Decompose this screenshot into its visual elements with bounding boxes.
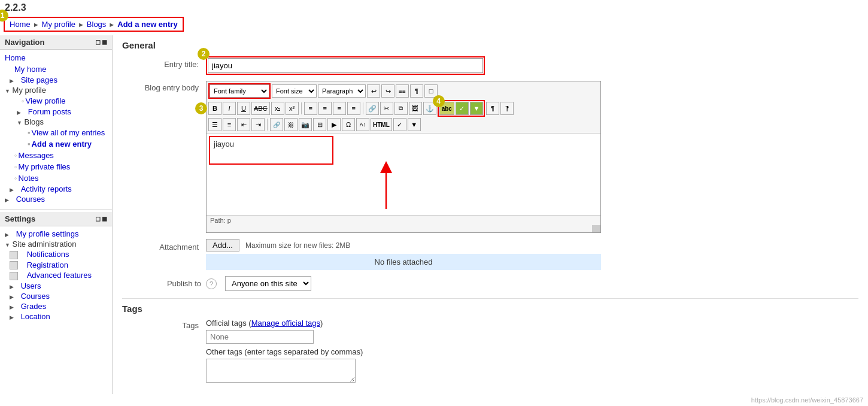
unlink-btn[interactable]: ⛓ <box>284 118 298 131</box>
sidebar-item-users[interactable]: Users <box>16 281 46 291</box>
breadcrumb-home[interactable]: Home <box>10 20 31 29</box>
annotation-2: 2 <box>198 48 210 60</box>
sidebar-item-viewprofile[interactable]: ◦View profile <box>17 96 112 106</box>
char2-btn[interactable]: A↕ <box>356 118 369 131</box>
tags-label: Tags <box>122 319 206 330</box>
sidebar-item-home[interactable]: Home <box>0 53 112 63</box>
font-family-select[interactable]: Font family <box>210 84 269 98</box>
align-center-btn[interactable]: ≡ <box>318 102 332 115</box>
publish-select[interactable]: Anyone on this site Only me <box>225 276 311 291</box>
editor-body[interactable]: jiayou <box>211 138 331 162</box>
link-btn[interactable]: 🔗 <box>366 102 379 115</box>
general-section-title: General <box>122 40 858 50</box>
unordered-list-btn[interactable]: ☰ <box>208 118 221 131</box>
copy-btn[interactable]: ⧉ <box>394 102 408 115</box>
blogs-arrow: ▼ <box>17 120 22 126</box>
strikethrough-btn[interactable]: ABC <box>251 102 270 115</box>
indent-btn[interactable]: ⇥ <box>251 118 265 131</box>
registration-icon <box>10 261 18 269</box>
entry-title-label: Entry title: <box>122 56 206 69</box>
spell-dropdown-btn[interactable]: ▼ <box>470 102 483 115</box>
notifications-icon <box>10 251 18 259</box>
sidebar-item-viewallentries[interactable]: ▪View all of my entries <box>23 128 112 138</box>
grades-arrow: ▶ <box>10 304 14 310</box>
nav-expand-icon[interactable]: ◼ <box>102 38 107 46</box>
breadcrumb-arrow-3: ► <box>108 21 115 28</box>
italic-btn[interactable]: I <box>223 102 236 115</box>
entry-title-input[interactable] <box>208 58 483 73</box>
no-files-box: No files attached <box>206 254 601 270</box>
cut-btn[interactable]: ✂ <box>380 102 393 115</box>
sidebar-item-courses[interactable]: Courses <box>11 194 50 204</box>
nav-collapse-icon[interactable]: ◻ <box>95 38 101 46</box>
tags-none-input[interactable] <box>206 330 314 344</box>
settings-collapse-icon[interactable]: ◻ <box>95 215 101 223</box>
other-tags-input[interactable] <box>206 359 356 383</box>
sidebar-item-notes[interactable]: ◦Notes <box>10 173 112 183</box>
settings-courses-arrow: ▶ <box>10 294 14 300</box>
table-btn[interactable]: ⊞ <box>313 118 326 131</box>
redo-btn[interactable]: ↪ <box>381 84 394 98</box>
myprofile-arrow: ▼ <box>5 88 10 94</box>
sidebar-item-myprofilesettings[interactable]: My profile settings <box>11 229 84 239</box>
sidebar-item-myhome[interactable]: My home <box>10 64 112 74</box>
outdent-btn[interactable]: ⇤ <box>237 118 250 131</box>
align-left-btn[interactable]: ≡ <box>304 102 317 115</box>
forumposts-arrow: ▶ <box>17 110 21 116</box>
sidebar-item-myprivatefiles[interactable]: ◦My private files <box>10 162 112 172</box>
users-arrow: ▶ <box>10 284 14 290</box>
sidebar-item-advancedfeatures[interactable]: Advanced features <box>22 270 96 280</box>
insert-link-btn[interactable]: 🔗 <box>270 118 283 131</box>
sidebar-item-forumposts[interactable]: Forum posts <box>23 107 76 117</box>
find-btn[interactable]: ≡≡ <box>396 84 409 98</box>
sitepages-arrow: ▶ <box>10 78 14 84</box>
breadcrumb-myprofile[interactable]: My profile <box>42 20 75 29</box>
font-size-select[interactable]: Font size <box>272 84 317 98</box>
sidebar-item-grades[interactable]: Grades <box>16 301 51 311</box>
sidebar-item-messages[interactable]: ◦Messages <box>10 150 112 160</box>
omega-btn[interactable]: Ω <box>342 118 355 131</box>
align-justify-btn[interactable]: ≡ <box>347 102 360 115</box>
breadcrumb-blogs[interactable]: Blogs <box>87 20 107 29</box>
align-right-btn[interactable]: ≡ <box>333 102 346 115</box>
annotation-4: 4 <box>433 95 445 107</box>
breadcrumb-addentry[interactable]: Add a new entry <box>117 20 177 29</box>
insert-image-btn2[interactable]: 📷 <box>299 118 312 131</box>
spell-check-btn[interactable]: ✓ <box>456 102 469 115</box>
dropdown2-btn[interactable]: ▼ <box>408 118 421 131</box>
special-char-btn[interactable]: ¶ <box>410 84 423 98</box>
other-tags-label: Other tags (enter tags separated by comm… <box>206 347 858 356</box>
paragraph-select[interactable]: Paragraph <box>318 84 366 98</box>
add-attachment-button[interactable]: Add... <box>206 239 239 252</box>
check2-btn[interactable]: ✓ <box>393 118 406 131</box>
undo-btn[interactable]: ↩ <box>367 84 380 98</box>
image-btn[interactable]: 🖼 <box>409 102 422 115</box>
publish-label: Publish to <box>122 279 206 288</box>
media-btn[interactable]: ▶ <box>327 118 341 131</box>
html-btn[interactable]: HTML <box>371 118 392 131</box>
underline-btn[interactable]: U <box>237 102 250 115</box>
rtl-btn[interactable]: ¶ <box>486 102 499 115</box>
publish-help-icon[interactable]: ? <box>206 278 217 289</box>
settings-expand-icon[interactable]: ◼ <box>102 215 107 223</box>
ordered-list-btn[interactable]: ≡ <box>223 118 236 131</box>
superscript-btn[interactable]: x² <box>286 102 299 115</box>
manage-official-tags-link[interactable]: Manage official tags <box>251 319 320 328</box>
ltr-btn[interactable]: ¶ <box>500 102 514 115</box>
resize-handle[interactable] <box>592 225 600 232</box>
sidebar-item-notifications[interactable]: Notifications <box>22 249 74 259</box>
sidebar-item-registration[interactable]: Registration <box>22 260 73 270</box>
sidebar-item-location[interactable]: Location <box>16 311 55 322</box>
sidebar-item-sitepages[interactable]: Site pages <box>16 75 62 85</box>
annotation-3: 3 <box>195 102 207 114</box>
myprofilesettings-arrow: ▶ <box>5 232 9 238</box>
tags-section-title: Tags <box>122 298 858 314</box>
location-arrow: ▶ <box>10 314 14 320</box>
sidebar-item-myprofile: My profile <box>13 86 46 95</box>
sidebar-item-addnewentry[interactable]: ▪Add a new entry <box>23 139 112 149</box>
bold-btn[interactable]: B <box>208 102 221 115</box>
sidebar-item-activityreports[interactable]: Activity reports <box>16 184 77 194</box>
subscript-btn[interactable]: x₂ <box>271 102 284 115</box>
settings-section-header: Settings ◻ ◼ <box>0 212 112 226</box>
sidebar-item-settings-courses[interactable]: Courses <box>16 291 54 301</box>
